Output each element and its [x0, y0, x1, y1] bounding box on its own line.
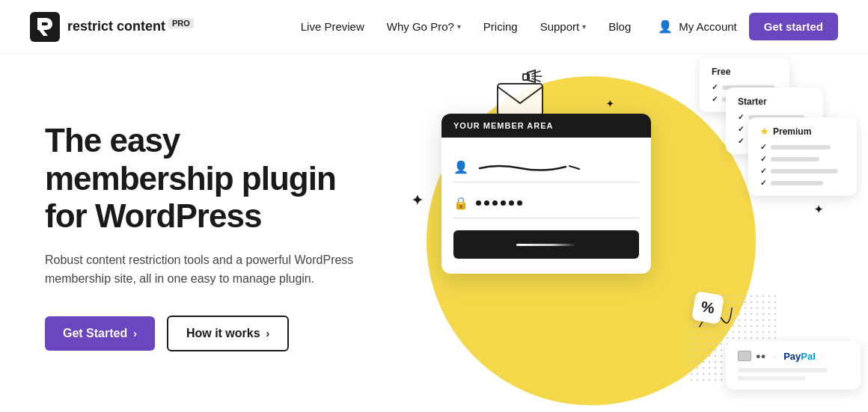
- star-decoration: ✦: [412, 192, 423, 209]
- hero-illustration: ✦ ✦ ✦ Y: [389, 54, 868, 412]
- nav-live-preview[interactable]: Live Preview: [292, 14, 373, 39]
- login-card-body: 👤 🔒: [441, 138, 651, 274]
- paypal-logo: PayPal: [783, 351, 816, 362]
- main-nav: Live Preview Why Go Pro? ▾ Pricing Suppo…: [292, 14, 641, 39]
- check-icon: ✓: [760, 143, 766, 151]
- check-icon: ✓: [712, 83, 718, 91]
- hero-subtitle: Robust content restriction tools and a p…: [45, 250, 359, 289]
- check-icon: ✓: [712, 95, 718, 103]
- check-icon: ✓: [738, 137, 744, 145]
- password-dots: [476, 200, 522, 206]
- payment-icons: ●● · PayPal: [738, 350, 849, 362]
- check-icon: ✓: [738, 125, 744, 133]
- free-card-title: Free: [712, 67, 777, 77]
- header: restrict contentPRO Live Preview Why Go …: [0, 0, 868, 54]
- my-account-link[interactable]: 👤 My Account: [658, 19, 737, 34]
- svg-line-4: [569, 166, 579, 169]
- arrow-right-icon: ›: [133, 328, 137, 339]
- premium-card-lines: ✓ ✓ ✓ ✓: [760, 143, 845, 187]
- check-icon: ✓: [760, 155, 766, 163]
- premium-pricing-card: ★ Premium ✓ ✓ ✓ ✓: [748, 117, 857, 196]
- hero-buttons: Get Started › How it works ›: [45, 316, 359, 351]
- get-started-header-button[interactable]: Get started: [749, 13, 838, 40]
- hero-section: The easy membership plugin for WordPress…: [0, 54, 868, 412]
- payment-lines: [738, 368, 849, 381]
- discount-tag: %: [691, 291, 724, 325]
- chevron-down-icon: ▾: [582, 22, 586, 31]
- star-decoration: ✦: [606, 99, 614, 109]
- premium-card-title: ★ Premium: [760, 126, 845, 137]
- discount-text: %: [700, 298, 716, 318]
- login-card-header: Your Member Area: [441, 114, 651, 138]
- svg-rect-1: [498, 84, 542, 115]
- login-card: Your Member Area 👤 🔒: [441, 114, 651, 274]
- user-field-icon: 👤: [453, 160, 468, 174]
- user-icon: 👤: [658, 19, 673, 34]
- logo-icon: [30, 12, 60, 42]
- login-submit-button[interactable]: [453, 230, 639, 259]
- nav-blog[interactable]: Blog: [599, 14, 640, 39]
- submit-line-decoration: [516, 244, 576, 246]
- header-right: 👤 My Account Get started: [658, 13, 838, 40]
- arrow-right-icon: ›: [266, 328, 270, 339]
- username-field: 👤: [453, 153, 639, 182]
- logo[interactable]: restrict contentPRO: [30, 12, 194, 42]
- password-field: 🔒: [453, 188, 639, 218]
- starter-card-title: Starter: [738, 96, 811, 107]
- how-it-works-button[interactable]: How it works ›: [167, 316, 289, 351]
- check-icon: ✓: [738, 113, 744, 121]
- star-icon: ★: [760, 126, 768, 137]
- lock-field-icon: 🔒: [453, 196, 468, 210]
- check-icon: ✓: [760, 167, 766, 175]
- payment-card: ●● · PayPal: [726, 341, 861, 390]
- nav-why-go-pro[interactable]: Why Go Pro? ▾: [378, 14, 470, 39]
- nav-pricing[interactable]: Pricing: [474, 14, 527, 39]
- get-started-hero-button[interactable]: Get Started ›: [45, 316, 155, 351]
- hero-title: The easy membership plugin for WordPress: [45, 122, 359, 236]
- star-decoration: ✦: [814, 203, 823, 215]
- hero-left: The easy membership plugin for WordPress…: [0, 54, 389, 412]
- chevron-down-icon: ▾: [457, 22, 461, 31]
- logo-text: restrict contentPRO: [67, 19, 194, 34]
- check-icon: ✓: [760, 179, 766, 187]
- credit-card-icon: ●●: [738, 351, 765, 361]
- nav-support[interactable]: Support ▾: [531, 14, 596, 39]
